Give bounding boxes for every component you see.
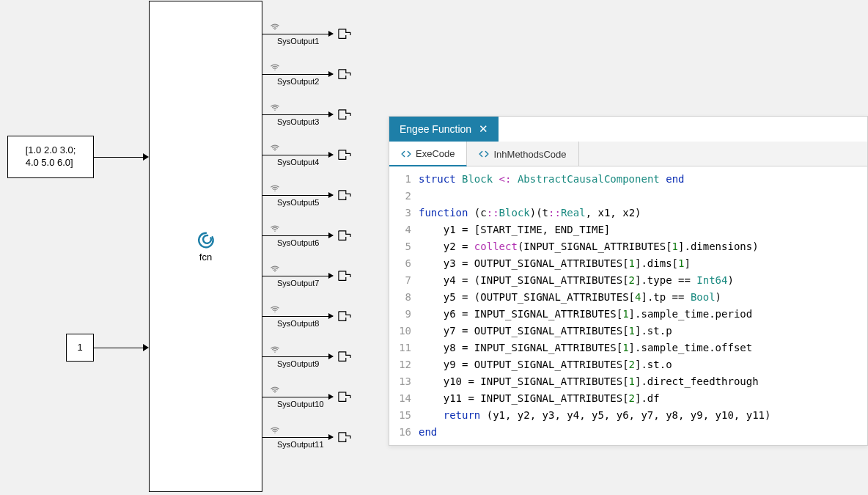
svg-point-7 bbox=[274, 312, 275, 312]
code-text[interactable]: struct Block <: AbstractCausalComponent … bbox=[419, 171, 867, 441]
signal-logging-icon[interactable] bbox=[270, 142, 280, 152]
output-port-row: SysOutput9 bbox=[262, 345, 365, 374]
output-port-row: SysOutput8 bbox=[262, 304, 365, 334]
constant-block-matrix[interactable]: [1.0 2.0 3.0; 4.0 5.0 6.0] bbox=[7, 136, 94, 178]
svg-point-9 bbox=[274, 392, 275, 393]
terminator-block[interactable] bbox=[338, 109, 351, 120]
output-port-label: SysOutput4 bbox=[277, 158, 319, 166]
wire bbox=[262, 356, 333, 357]
engee-logo-icon bbox=[196, 231, 216, 250]
output-port-row: SysOutput7 bbox=[262, 264, 365, 293]
signal-logging-icon[interactable] bbox=[270, 343, 280, 353]
signal-logging-icon[interactable] bbox=[270, 182, 280, 192]
signal-logging-icon[interactable] bbox=[270, 222, 280, 232]
wire bbox=[262, 155, 333, 155]
signal-logging-icon[interactable] bbox=[270, 424, 280, 434]
terminator-block[interactable] bbox=[338, 68, 351, 80]
wire bbox=[262, 316, 333, 317]
code-editor-body[interactable]: 12345678910111213141516 struct Block <: … bbox=[389, 166, 867, 445]
svg-point-2 bbox=[274, 110, 275, 111]
engee-function-block[interactable]: fcn bbox=[149, 1, 262, 492]
svg-point-8 bbox=[274, 352, 275, 353]
wire bbox=[262, 276, 333, 276]
output-port-row: SysOutput6 bbox=[262, 224, 365, 253]
tab-label: ExeCode bbox=[416, 148, 455, 159]
block-diagram-canvas[interactable]: [1.0 2.0 3.0; 4.0 5.0 6.0] 1 fcn SysOutp… bbox=[0, 0, 389, 495]
tab-inhmethodscode[interactable]: InhMethodsCode bbox=[467, 142, 578, 166]
wire bbox=[262, 437, 333, 438]
output-port-label: SysOutput1 bbox=[277, 37, 319, 45]
code-icon bbox=[401, 149, 411, 159]
terminator-block[interactable] bbox=[338, 391, 351, 403]
wire bbox=[262, 74, 333, 75]
output-port-row: SysOutput10 bbox=[262, 385, 365, 414]
output-port-label: SysOutput10 bbox=[277, 400, 324, 408]
output-port-row: SysOutput1 bbox=[262, 22, 365, 51]
output-port-label: SysOutput6 bbox=[277, 238, 319, 247]
output-port-label: SysOutput8 bbox=[277, 319, 319, 328]
svg-point-6 bbox=[274, 271, 275, 272]
signal-logging-icon[interactable] bbox=[270, 61, 280, 71]
wire bbox=[262, 34, 333, 34]
wire bbox=[262, 195, 333, 196]
svg-point-0 bbox=[274, 29, 275, 30]
output-port-label: SysOutput9 bbox=[277, 359, 319, 368]
output-port-label: SysOutput3 bbox=[277, 117, 319, 126]
output-port-row: SysOutput5 bbox=[262, 183, 365, 213]
constant-block-value: [1.0 2.0 3.0; 4.0 5.0 6.0] bbox=[26, 144, 76, 169]
output-port-label: SysOutput7 bbox=[277, 279, 319, 287]
close-icon[interactable]: ✕ bbox=[479, 122, 488, 136]
editor-tab-bar: ExeCode InhMethodsCode bbox=[389, 142, 867, 166]
wire bbox=[94, 157, 143, 158]
code-icon bbox=[479, 149, 489, 159]
signal-logging-icon[interactable] bbox=[270, 303, 280, 313]
terminator-block[interactable] bbox=[338, 28, 351, 40]
arrowhead-icon bbox=[143, 153, 149, 161]
editor-title-text: Engee Function bbox=[400, 123, 471, 135]
signal-logging-icon[interactable] bbox=[270, 263, 280, 273]
svg-point-4 bbox=[274, 191, 275, 191]
wire bbox=[262, 114, 333, 115]
tab-label: InhMethodsCode bbox=[493, 149, 566, 160]
signal-logging-icon[interactable] bbox=[270, 101, 280, 111]
terminator-block[interactable] bbox=[338, 270, 351, 282]
wire bbox=[262, 397, 333, 397]
arrowhead-icon bbox=[143, 344, 149, 351]
tab-execode[interactable]: ExeCode bbox=[389, 142, 467, 166]
constant-block-scalar[interactable]: 1 bbox=[66, 334, 94, 362]
signal-logging-icon[interactable] bbox=[270, 21, 280, 31]
svg-point-5 bbox=[274, 231, 275, 232]
wire bbox=[262, 235, 333, 236]
output-port-row: SysOutput11 bbox=[262, 425, 365, 455]
constant-block-value: 1 bbox=[77, 342, 82, 354]
output-port-row: SysOutput3 bbox=[262, 103, 365, 132]
fcn-block-label: fcn bbox=[196, 231, 216, 263]
output-port-row: SysOutput4 bbox=[262, 143, 365, 172]
terminator-block[interactable] bbox=[338, 431, 351, 443]
terminator-block[interactable] bbox=[338, 351, 351, 362]
svg-point-3 bbox=[274, 150, 275, 151]
terminator-block[interactable] bbox=[338, 189, 351, 201]
output-port-label: SysOutput5 bbox=[277, 198, 319, 207]
output-port-label: SysOutput11 bbox=[277, 440, 324, 449]
editor-title-bar: Engee Function ✕ bbox=[389, 117, 499, 142]
code-editor-panel: Engee Function ✕ ExeCode InhMethodsCode … bbox=[389, 116, 868, 446]
signal-logging-icon[interactable] bbox=[270, 384, 280, 394]
svg-point-1 bbox=[274, 70, 275, 70]
wire bbox=[94, 348, 143, 348]
line-number-gutter: 12345678910111213141516 bbox=[389, 171, 419, 441]
terminator-block[interactable] bbox=[338, 230, 351, 241]
terminator-block[interactable] bbox=[338, 310, 351, 322]
output-port-label: SysOutput2 bbox=[277, 77, 319, 86]
terminator-block[interactable] bbox=[338, 149, 351, 161]
output-port-row: SysOutput2 bbox=[262, 62, 365, 92]
svg-point-10 bbox=[274, 433, 275, 433]
